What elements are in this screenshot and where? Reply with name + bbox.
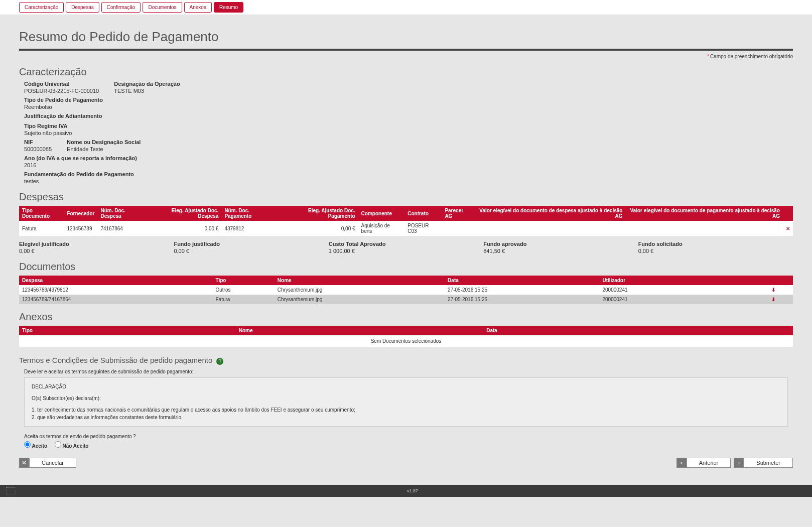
accept-question: Aceita os termos de envio de pedido paga… (24, 434, 788, 439)
th-parecer-ag: Parecer AG (442, 206, 474, 221)
cell-num-doc-pagamento: 4379812 (221, 221, 279, 236)
submeter-label: Submeter (744, 458, 793, 468)
th-doc-utilizador: Utilizador (599, 276, 754, 285)
cell-doc-utilizador: 200000241 (599, 295, 754, 304)
lbl-fundo-aprovado: Fundo aprovado (483, 241, 638, 247)
decl-sub: O(s) Subscritor(es) declara(m): (32, 394, 780, 402)
section-documentos: Documentos (19, 261, 793, 273)
required-field-note: Campo de preenchimento obrigatório (707, 54, 793, 59)
decl-title: DECLARAÇÃO (32, 383, 780, 390)
val-fundo-aprovado: 841,50 € (483, 248, 638, 254)
terms-title-text: Termos e Condições de Submissão de pedid… (19, 356, 212, 364)
th-doc-tipo: Tipo (213, 276, 275, 285)
th-contrato: Contrato (404, 206, 442, 221)
radio-aceito-label[interactable]: Aceito (24, 443, 47, 449)
lbl-tipo-regime-iva: Tipo Regime IVA (24, 123, 72, 129)
val-eleg-justificado: 0,00 € (19, 248, 174, 254)
cell-doc-data: 27-05-2016 15:25 (445, 295, 599, 304)
val-codigo-universal: POSEUR-03-2215-FC-000010 (24, 88, 99, 94)
terms-heading: Termos e Condições de Submissão de pedid… (19, 356, 793, 365)
footer-center: v1.87 (407, 488, 418, 493)
section-caracterizacao: Caracterização (19, 66, 793, 78)
cell-fornecedor: 123456789 (64, 221, 97, 236)
table-row: 123456789/4379812 Outros Chrysanthemum.j… (19, 285, 793, 295)
val-fundo-solicitado: 0,00 € (638, 248, 793, 254)
val-custo-total: 1 000,00 € (329, 248, 483, 254)
th-fornecedor: Fornecedor (64, 206, 97, 221)
val-ano-iva: 2016 (24, 162, 137, 168)
radio-aceito[interactable] (24, 441, 31, 448)
section-anexos: Anexos (19, 311, 793, 323)
submeter-button[interactable]: › Submeter (734, 458, 793, 468)
th-eleg-despesa: Eleg. Ajustado Doc. Despesa (149, 206, 221, 221)
cell-eleg-pagamento: 0,00 € (280, 221, 358, 236)
val-tipo-pedido: Reembolso (24, 104, 103, 110)
th-anx-data: Data (483, 326, 793, 335)
th-num-doc-despesa: Núm. Doc. Despesa (97, 206, 149, 221)
tab-resumo[interactable]: Resumo (214, 2, 243, 13)
th-doc-action (754, 276, 793, 285)
cancelar-label: Cancelar (29, 458, 76, 468)
cell-parecer-ag (442, 221, 474, 236)
tab-documentos[interactable]: Documentos (143, 2, 182, 13)
cell-tipo-doc: Fatura (19, 221, 64, 236)
th-actions (783, 206, 793, 221)
cell-doc-data: 27-05-2016 15:25 (445, 285, 599, 295)
help-icon[interactable]: ? (216, 358, 223, 365)
cell-eleg-despesa: 0,00 € (149, 221, 221, 236)
th-valor-eleg-pagamento-ag: Valor elegível do documento de pagamento… (625, 206, 782, 221)
eu-flag-icon (6, 487, 16, 494)
declaration-box[interactable]: DECLARAÇÃO O(s) Subscritor(es) declara(m… (24, 377, 788, 427)
val-fundo-justificado: 0,00 € (174, 248, 328, 254)
cancelar-button[interactable]: ✕ Cancelar (19, 458, 76, 468)
tab-caracterizacao[interactable]: Caracterização (19, 2, 64, 13)
th-anx-tipo: Tipo (19, 326, 236, 335)
button-bar: ✕ Cancelar ‹ Anterior › Submeter (0, 453, 812, 475)
cell-doc-nome: Chrysanthemum.jpg (275, 285, 445, 295)
cell-valor-eleg-pagamento-ag (625, 221, 782, 236)
decl-line-1: 1. ter conhecimento das normas nacionais… (32, 406, 780, 414)
footer-left (6, 487, 19, 494)
lbl-eleg-justificado: Elegível justificado (19, 241, 174, 247)
tab-confirmacao[interactable]: Confirmação (101, 2, 141, 13)
val-tipo-regime-iva: Sujeito não passivo (24, 130, 72, 136)
tab-anexos[interactable]: Anexos (184, 2, 212, 13)
radio-nao-aceito-label[interactable]: Não Aceito (55, 443, 89, 449)
download-icon[interactable]: ⬇ (771, 287, 775, 293)
lbl-ano-iva: Ano (do IVA a que se reporta a informaçã… (24, 155, 137, 161)
th-doc-despesa: Despesa (19, 276, 213, 285)
tab-despesas[interactable]: Despesas (66, 2, 99, 13)
th-tipo-doc: Tipo Documento (19, 206, 64, 221)
th-componente: Componente (358, 206, 405, 221)
lbl-designacao: Designação da Operação (114, 81, 180, 87)
footer: v1.87 (0, 485, 812, 497)
th-num-doc-pagamento: Núm. Doc. Pagamento (221, 206, 279, 221)
lbl-just-adiantamento: Justificação de Adiantamento (24, 113, 102, 119)
val-nome-social: Entidade Teste (67, 146, 141, 152)
delete-icon[interactable]: ✕ (786, 226, 790, 231)
cell-valor-eleg-despesa-ag (475, 221, 626, 236)
tab-bar: Caracterização Despesas Confirmação Docu… (0, 0, 812, 15)
radio-nao-aceito[interactable] (55, 441, 61, 448)
table-row: Fatura 123456789 74167864 0,00 € 4379812… (19, 221, 793, 236)
chevron-left-icon: ‹ (676, 458, 687, 468)
lbl-nif: NIF (24, 139, 52, 145)
cell-doc-tipo: Outros (213, 285, 275, 295)
th-eleg-pagamento: Eleg. Ajustado Doc. Pagamento (280, 206, 358, 221)
table-row: 123456789/74167864 Fatura Chrysanthemum.… (19, 295, 793, 304)
anterior-button[interactable]: ‹ Anterior (676, 458, 731, 468)
lbl-fundo-justificado: Fundo justificado (174, 241, 328, 247)
documentos-table: Despesa Tipo Nome Data Utilizador 123456… (19, 276, 793, 304)
cell-contrato: POSEUR C03 (404, 221, 442, 236)
cell-doc-tipo: Fatura (213, 295, 275, 304)
th-valor-eleg-despesa-ag: Valor elegível do documento de despesa a… (475, 206, 626, 221)
terms-note: Deve ler e aceitar os termos seguintes d… (19, 369, 793, 377)
cell-doc-despesa: 123456789/4379812 (19, 285, 213, 295)
cell-doc-nome: Chrysanthemum.jpg (275, 295, 445, 304)
val-fundamentacao: testes (24, 178, 134, 184)
download-icon[interactable]: ⬇ (771, 297, 775, 302)
page-title: Resumo do Pedido de Pagamento (19, 19, 793, 51)
anexos-table: Tipo Nome Data Sem Documentos selecionad… (19, 326, 793, 347)
anexos-empty: Sem Documentos selecionados (19, 335, 793, 347)
chevron-right-icon: › (734, 458, 744, 468)
